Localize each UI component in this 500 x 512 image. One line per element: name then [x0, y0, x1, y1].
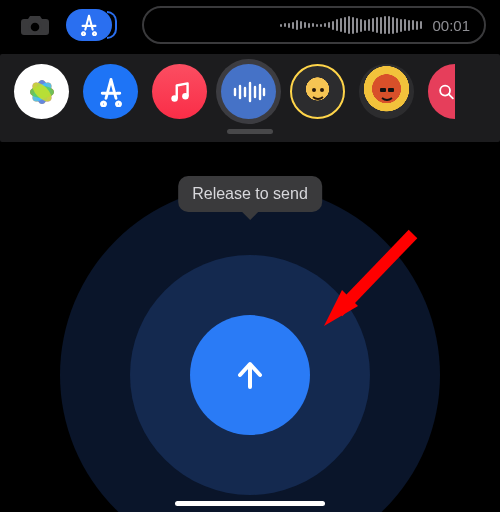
audio-record-pill[interactable]: 00:01 [142, 6, 486, 44]
appstore-icon [78, 14, 100, 36]
camera-icon [20, 13, 50, 37]
photos-icon [25, 75, 59, 109]
svg-point-10 [171, 95, 178, 102]
svg-rect-21 [380, 88, 386, 92]
audio-wave-icon [232, 80, 266, 104]
svg-rect-22 [388, 88, 394, 92]
svg-line-24 [449, 94, 453, 98]
memoji-icon [372, 77, 402, 107]
arrow-up-icon [228, 353, 272, 397]
compose-toolbar: 00:01 [0, 0, 500, 54]
photos-app[interactable] [14, 64, 69, 119]
send-audio-button[interactable] [190, 315, 310, 435]
app-row[interactable] [0, 64, 500, 119]
recording-timer: 00:01 [432, 17, 470, 34]
memoji-app[interactable] [290, 64, 345, 119]
appstore-toggle[interactable] [66, 9, 112, 41]
appstore-app[interactable] [83, 64, 138, 119]
home-indicator[interactable] [175, 501, 325, 506]
appstore-icon [96, 77, 126, 107]
release-tooltip: Release to send [178, 176, 322, 212]
search-icon [438, 79, 455, 105]
recording-area: Release to send [0, 152, 500, 512]
music-icon [167, 79, 193, 105]
svg-point-11 [182, 93, 189, 100]
music-app[interactable] [152, 64, 207, 119]
svg-point-19 [312, 88, 316, 92]
tooltip-text: Release to send [192, 185, 308, 202]
memoji-icon [303, 77, 333, 107]
waveform-icon [280, 14, 422, 36]
svg-point-20 [320, 88, 324, 92]
memoji-stickers-app[interactable] [359, 64, 414, 119]
imessage-app-drawer [0, 54, 500, 142]
camera-button[interactable] [14, 9, 56, 41]
search-app[interactable] [428, 64, 455, 119]
drawer-grabber[interactable] [227, 129, 273, 134]
audio-message-app[interactable] [221, 64, 276, 119]
